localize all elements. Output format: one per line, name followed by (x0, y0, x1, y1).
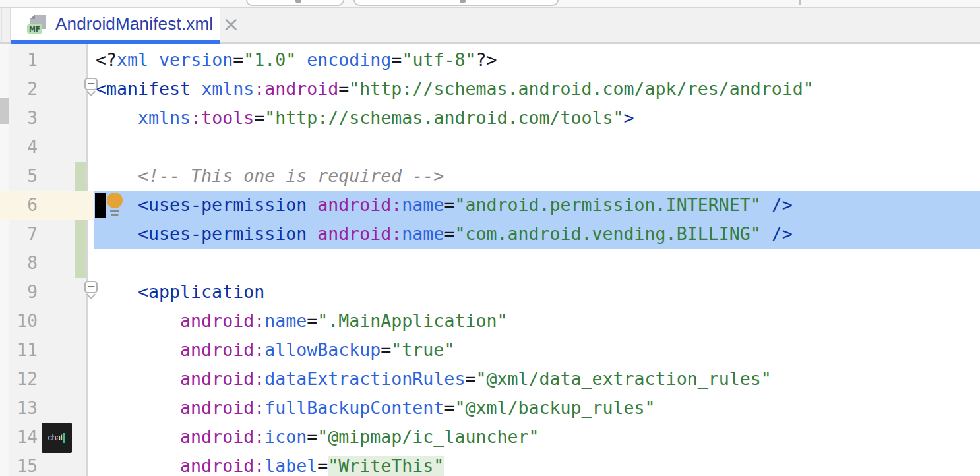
ide-window: MF AndroidManifest.xml × 12−3456789−1011… (0, 0, 980, 476)
window-edge-line (1, 8, 2, 42)
editor-tab-bar: MF AndroidManifest.xml × (0, 8, 980, 44)
code-line[interactable]: android:label="WriteThis" (88, 452, 980, 476)
tab-title: AndroidManifest.xml (55, 14, 213, 34)
line-number[interactable]: 10 (9, 307, 86, 336)
line-number[interactable]: 7 (9, 220, 86, 249)
chat-popup-caret (63, 433, 65, 443)
code-line[interactable]: android:icon="@mipmap/ic_launcher" (88, 423, 980, 452)
code-line[interactable]: <uses-permission android:name="android.p… (88, 191, 980, 220)
code-line[interactable]: android:fullBackupContent="@xml/backup_r… (88, 394, 980, 423)
line-number[interactable]: 13 (9, 394, 86, 423)
code-line[interactable] (88, 249, 980, 278)
gutter-lines: 12−3456789−101112131415 (9, 44, 86, 474)
line-number[interactable]: 8 (9, 249, 86, 278)
tab-androidmanifest[interactable]: MF AndroidManifest.xml × (11, 8, 220, 44)
chat-popup[interactable]: chat (42, 423, 72, 453)
manifest-file-icon: MF (26, 13, 47, 35)
fold-marker-icon[interactable]: − (84, 281, 100, 301)
code-line[interactable]: <application (88, 278, 980, 307)
code-line[interactable]: <manifest xmlns:android="http://schemas.… (88, 74, 980, 104)
line-number[interactable]: 12 (9, 365, 86, 394)
editor-pane: 12−3456789−101112131415 <?xml version="1… (0, 44, 980, 476)
code-line[interactable]: android:allowBackup="true" (88, 336, 980, 365)
line-number[interactable]: 4 (9, 133, 86, 162)
code-area[interactable]: <?xml version="1.0" encoding="utf-8"?><m… (88, 44, 980, 476)
code-line[interactable]: <!-- This one is required --> (88, 162, 980, 191)
code-lines: <?xml version="1.0" encoding="utf-8"?><m… (88, 44, 980, 476)
toolbar-widget-icon (460, 0, 466, 3)
line-number[interactable]: 3 (9, 104, 86, 133)
code-line[interactable]: android:dataExtractionRules="@xml/data_e… (88, 365, 980, 394)
toolbar-divider (799, 0, 801, 5)
left-edge-strip (0, 44, 9, 476)
caret (95, 193, 106, 218)
line-number[interactable]: 11 (9, 336, 86, 365)
line-number[interactable]: 1 (9, 45, 86, 74)
code-line[interactable]: android:name=".MainApplication" (88, 307, 980, 336)
line-number[interactable]: 5 (9, 162, 86, 191)
toolbar-widget-icon (295, 0, 301, 3)
line-number[interactable]: 2− (9, 74, 86, 104)
file-icon-badge: MF (29, 26, 40, 33)
intention-lightbulb-icon[interactable] (106, 192, 124, 218)
code-line[interactable]: xmlns:tools="http://schemas.android.com/… (88, 104, 980, 133)
left-strip-marker (0, 98, 9, 124)
code-line[interactable]: <uses-permission android:name="com.andro… (88, 220, 980, 249)
editor-gutter: 12−3456789−101112131415 (9, 44, 88, 476)
line-number[interactable]: 9− (9, 278, 86, 307)
chat-popup-text: chat (48, 433, 63, 442)
code-line[interactable]: <?xml version="1.0" encoding="utf-8"?> (88, 45, 980, 74)
tab-close-icon[interactable]: × (222, 14, 239, 34)
fold-marker-icon[interactable]: − (84, 78, 100, 98)
toolbar-widget-right[interactable] (353, 0, 559, 6)
line-number[interactable]: 6 (9, 191, 86, 220)
code-line[interactable] (88, 133, 980, 162)
line-number[interactable]: 15 (9, 452, 86, 476)
